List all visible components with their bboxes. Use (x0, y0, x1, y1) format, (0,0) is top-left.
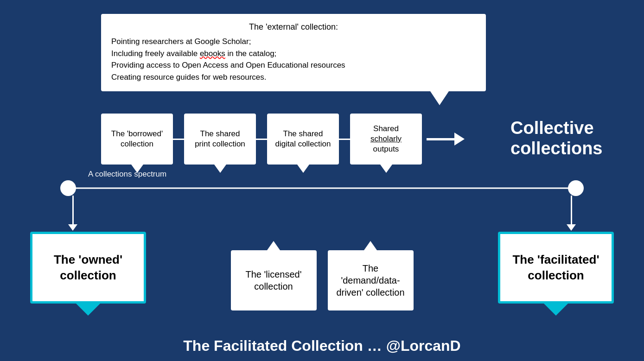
arrow-to-owned (68, 196, 77, 231)
lower-row: The 'owned' collection The 'licensed' co… (30, 232, 614, 316)
arrow-right-collective (427, 133, 465, 146)
shared-digital-box: The shared digital collection (267, 114, 339, 165)
arrow-to-facilitated-head (567, 224, 576, 231)
external-line-2: Including freely available ebooks in the… (111, 49, 276, 58)
shared-print-box: The shared print collection (184, 114, 256, 165)
connector-2 (256, 139, 267, 140)
demand-driven-box: The 'demand/data-driven' collection (328, 250, 414, 310)
shared-print-label: The shared print collection (191, 129, 249, 149)
facilitated-wrapper: The 'facilitated' collection (498, 232, 614, 316)
shared-scholarly-label: Shared scholarly outputs (357, 124, 414, 154)
collective-collections-label: Collective collections (510, 118, 636, 158)
arrow-right-line (427, 138, 454, 140)
middle-boxes-row: The 'licensed' collection The 'demand/da… (231, 250, 414, 310)
timeline-line (68, 188, 576, 189)
arrow-right-head (454, 133, 465, 146)
connector-3 (339, 139, 350, 140)
external-collection-box: The 'external' collection: Pointing rese… (101, 14, 486, 91)
footer-text: The Facilitated Collection … @LorcanD (0, 337, 644, 355)
arrow-to-facilitated (567, 196, 576, 231)
external-line-4: Creating resource guides for web resourc… (111, 73, 267, 82)
external-body: Pointing researchers at Google Scholar; … (111, 36, 476, 83)
timeline-container: A collections spectrum (60, 180, 584, 196)
owned-wrapper: The 'owned' collection (30, 232, 146, 316)
external-line-3: Providing access to Open Access and Open… (111, 61, 345, 70)
connector-1 (173, 139, 184, 140)
facilitated-collection-box: The 'facilitated' collection (498, 232, 614, 304)
arrow-to-facilitated-line (571, 196, 572, 224)
upper-boxes-row: The 'borrowed' collection The shared pri… (101, 114, 465, 165)
licensed-collection-label: The 'licensed' collection (238, 268, 309, 292)
timeline-circle-right (568, 180, 584, 196)
owned-collection-label: The 'owned' collection (37, 252, 139, 284)
arrow-to-owned-line (72, 196, 74, 224)
owned-collection-box: The 'owned' collection (30, 232, 146, 304)
timeline-label: A collections spectrum (88, 170, 166, 179)
middle-lower-boxes: The 'licensed' collection The 'demand/da… (231, 236, 414, 310)
shared-scholarly-box: Shared scholarly outputs (350, 114, 422, 165)
borrowed-collection-label: The 'borrowed' collection (108, 129, 166, 149)
arrow-to-owned-head (68, 224, 77, 231)
licensed-collection-box: The 'licensed' collection (231, 250, 317, 310)
external-title: The 'external' collection: (111, 22, 476, 32)
shared-digital-label: The shared digital collection (274, 129, 332, 149)
demand-driven-label: The 'demand/data-driven' collection (335, 262, 406, 298)
external-line-1: Pointing researchers at Google Scholar; (111, 37, 251, 46)
borrowed-collection-box: The 'borrowed' collection (101, 114, 173, 165)
ebooks-word: ebooks (200, 49, 225, 58)
facilitated-collection-label: The 'facilitated' collection (505, 252, 607, 284)
